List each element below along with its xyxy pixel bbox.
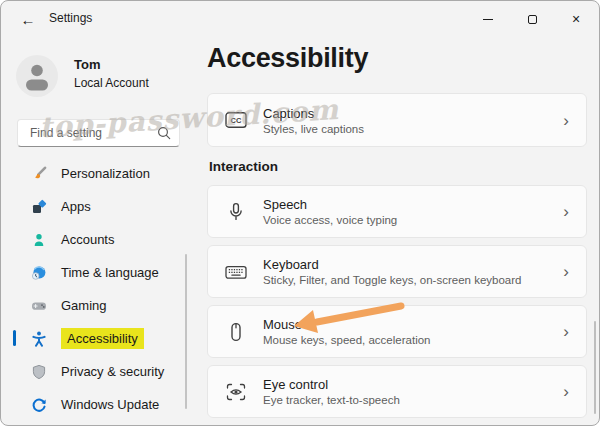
window-controls: ×: [466, 2, 598, 36]
active-indicator: [13, 330, 16, 346]
sidebar-item-accounts[interactable]: Accounts: [13, 223, 183, 256]
card-subtitle: Mouse keys, speed, acceleration: [263, 334, 563, 346]
titlebar: ← Settings ×: [1, 1, 599, 37]
sidebar-item-windows-update[interactable]: Windows Update: [13, 388, 183, 421]
microphone-icon: [224, 201, 248, 223]
sidebar-item-accessibility[interactable]: Accessibility: [13, 322, 183, 355]
sidebar-item-label-highlighted: Accessibility: [61, 328, 144, 349]
eye-control-card[interactable]: Eye control Eye tracker, text-to-speech …: [207, 365, 587, 418]
search-box[interactable]: [17, 119, 180, 147]
card-title: Keyboard: [263, 257, 563, 272]
minimize-icon: [483, 19, 493, 20]
back-button[interactable]: ←: [15, 7, 41, 31]
keyboard-icon: [224, 261, 248, 283]
keyboard-card[interactable]: Keyboard Sticky, Filter, and Toggle keys…: [207, 245, 587, 298]
avatar: [16, 55, 58, 101]
accounts-icon: [31, 232, 47, 248]
back-arrow-icon: ←: [21, 11, 36, 28]
minimize-button[interactable]: [466, 2, 510, 36]
window-title: Settings: [49, 11, 92, 25]
card-title: Eye control: [263, 377, 563, 392]
sidebar-item-label: Time & language: [61, 265, 159, 280]
chevron-right-icon: ›: [563, 383, 569, 400]
main-scrollbar[interactable]: [594, 321, 596, 414]
sidebar-item-apps[interactable]: Apps: [13, 190, 183, 223]
sidebar-item-personalization[interactable]: Personalization: [13, 157, 183, 190]
chevron-right-icon: ›: [563, 323, 569, 340]
time-language-icon: [31, 265, 47, 281]
captions-icon: CC: [224, 109, 248, 131]
close-icon: ×: [572, 12, 580, 26]
sidebar-item-privacy-security[interactable]: Privacy & security: [13, 355, 183, 388]
sidebar-item-label: Accounts: [61, 232, 114, 247]
search-input[interactable]: [28, 125, 157, 141]
sidebar-item-label: Gaming: [61, 298, 107, 313]
eye-control-icon: [224, 381, 248, 403]
windows-update-icon: [31, 397, 47, 413]
user-account-type: Local Account: [74, 76, 149, 90]
search-icon: [157, 126, 171, 140]
sidebar-item-label: Apps: [61, 199, 91, 214]
main-content: CC Captions Styles, live captions › Inte…: [207, 93, 587, 425]
paintbrush-icon: [31, 166, 47, 182]
mouse-icon: [224, 321, 248, 343]
user-avatar-icon: [16, 55, 58, 97]
speech-card[interactable]: Speech Voice access, voice typing ›: [207, 185, 587, 238]
sidebar-item-gaming[interactable]: Gaming: [13, 289, 183, 322]
mouse-card[interactable]: Mouse Mouse keys, speed, acceleration ›: [207, 305, 587, 358]
chevron-right-icon: ›: [563, 112, 569, 129]
apps-icon: [31, 199, 47, 215]
gamepad-icon: [31, 298, 47, 314]
shield-icon: [31, 364, 47, 380]
card-subtitle: Eye tracker, text-to-speech: [263, 394, 563, 406]
card-title: Speech: [263, 197, 563, 212]
chevron-right-icon: ›: [563, 263, 569, 280]
page-title: Accessibility: [207, 43, 368, 74]
sidebar-item-label: Windows Update: [61, 397, 159, 412]
maximize-button[interactable]: [510, 2, 554, 36]
sidebar-item-label: Privacy & security: [61, 364, 164, 379]
sidebar-item-time-language[interactable]: Time & language: [13, 256, 183, 289]
sidebar-scrollbar[interactable]: [185, 254, 187, 409]
captions-card[interactable]: CC Captions Styles, live captions ›: [207, 93, 587, 147]
svg-text:CC: CC: [231, 116, 242, 125]
user-name: Tom: [74, 57, 100, 72]
sidebar-item-label: Personalization: [61, 166, 150, 181]
section-header-interaction: Interaction: [209, 159, 585, 175]
settings-window: ← Settings × Tom Local Account: [0, 0, 600, 426]
chevron-right-icon: ›: [563, 203, 569, 220]
accessibility-icon: [31, 331, 47, 347]
maximize-icon: [528, 15, 537, 24]
card-title: Captions: [263, 106, 563, 121]
card-subtitle: Voice access, voice typing: [263, 214, 563, 226]
close-button[interactable]: ×: [554, 2, 598, 36]
sidebar-nav: Personalization Apps Accounts: [13, 157, 183, 421]
card-title: Mouse: [263, 317, 563, 332]
card-subtitle: Sticky, Filter, and Toggle keys, on-scre…: [263, 274, 563, 286]
card-subtitle: Styles, live captions: [263, 123, 563, 135]
